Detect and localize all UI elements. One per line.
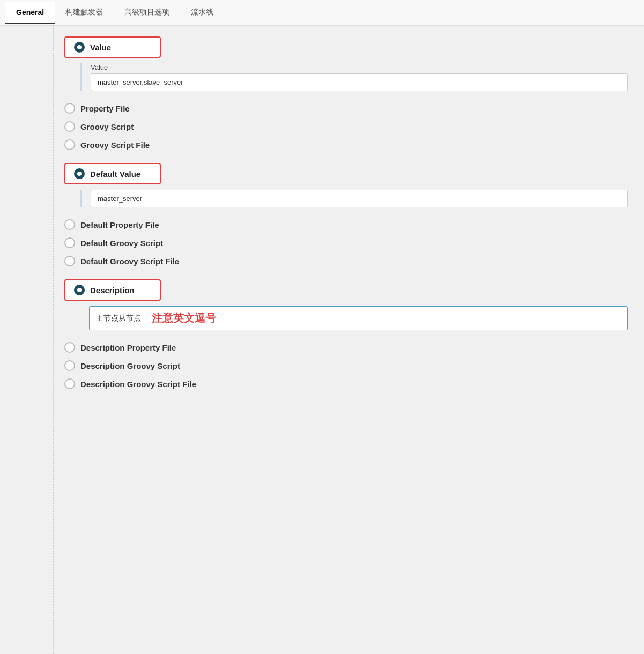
default-value-label: Default Value	[90, 169, 140, 179]
description-groovy-script-file-radio[interactable]	[64, 378, 75, 389]
property-file-label: Property File	[80, 104, 130, 113]
default-groovy-script-file-radio[interactable]	[64, 256, 75, 266]
description-radio-box[interactable]: Description	[64, 279, 161, 301]
default-property-file-option[interactable]: Default Property File	[64, 216, 628, 233]
description-radio-selected	[74, 285, 85, 295]
tab-advanced[interactable]: 高级项目选项	[114, 1, 180, 25]
description-groovy-script-file-label: Description Groovy Script File	[80, 380, 196, 389]
default-value-input[interactable]	[91, 190, 628, 207]
tab-build-triggers[interactable]: 构建触发器	[55, 1, 114, 25]
groovy-script-label: Groovy Script	[80, 122, 134, 131]
default-value-radio-box[interactable]: Default Value	[64, 163, 161, 184]
default-property-file-label: Default Property File	[80, 220, 159, 229]
value-radio-box[interactable]: Value	[64, 36, 161, 58]
value-radio-selected	[74, 42, 85, 53]
default-value-section: Default Value	[64, 163, 628, 207]
groovy-script-file-label: Groovy Script File	[80, 140, 150, 150]
left-sidebar	[0, 26, 54, 654]
default-property-file-radio[interactable]	[64, 219, 75, 230]
default-groovy-script-file-label: Default Groovy Script File	[80, 257, 179, 266]
groovy-script-option[interactable]: Groovy Script	[64, 118, 628, 135]
value-section: Value Value	[64, 36, 628, 91]
groovy-script-file-radio[interactable]	[64, 139, 75, 150]
description-label: Description	[90, 286, 135, 295]
tab-bar: General 构建触发器 高级项目选项 流水线	[0, 0, 644, 26]
default-groovy-script-label: Default Groovy Script	[80, 239, 163, 248]
groovy-script-file-option[interactable]: Groovy Script File	[64, 136, 628, 153]
property-file-option[interactable]: Property File	[64, 100, 628, 117]
property-file-radio[interactable]	[64, 103, 75, 114]
description-property-file-radio[interactable]	[64, 342, 75, 353]
description-groovy-script-radio[interactable]	[64, 360, 75, 371]
default-groovy-script-radio[interactable]	[64, 237, 75, 248]
description-section: Description 主节点从节点 注意英文逗号	[64, 279, 628, 330]
description-input-row: 主节点从节点 注意英文逗号	[89, 306, 628, 330]
description-property-file-option[interactable]: Description Property File	[64, 339, 628, 356]
default-value-radio-selected	[74, 168, 85, 179]
description-groovy-script-file-option[interactable]: Description Groovy Script File	[64, 375, 628, 392]
description-groovy-script-option[interactable]: Description Groovy Script	[64, 357, 628, 374]
description-field-container: 主节点从节点 注意英文逗号	[80, 306, 628, 330]
description-annotation: 注意英文逗号	[152, 311, 216, 325]
description-input-value: 主节点从节点	[96, 314, 141, 323]
tab-pipeline[interactable]: 流水线	[180, 1, 224, 25]
value-input[interactable]	[91, 73, 628, 91]
default-groovy-script-option[interactable]: Default Groovy Script	[64, 234, 628, 251]
default-value-field-container	[80, 190, 628, 207]
dashed-line	[35, 26, 35, 654]
description-groovy-script-label: Description Groovy Script	[80, 361, 180, 370]
tab-general[interactable]: General	[5, 2, 55, 24]
default-groovy-script-file-option[interactable]: Default Groovy Script File	[64, 252, 628, 270]
value-field-label: Value	[91, 63, 628, 71]
description-property-file-label: Description Property File	[80, 343, 176, 352]
value-field-container: Value	[80, 63, 628, 91]
groovy-script-radio[interactable]	[64, 121, 75, 132]
value-label: Value	[90, 43, 111, 52]
content-area: Value Value Property File Groovy Script …	[54, 26, 644, 654]
